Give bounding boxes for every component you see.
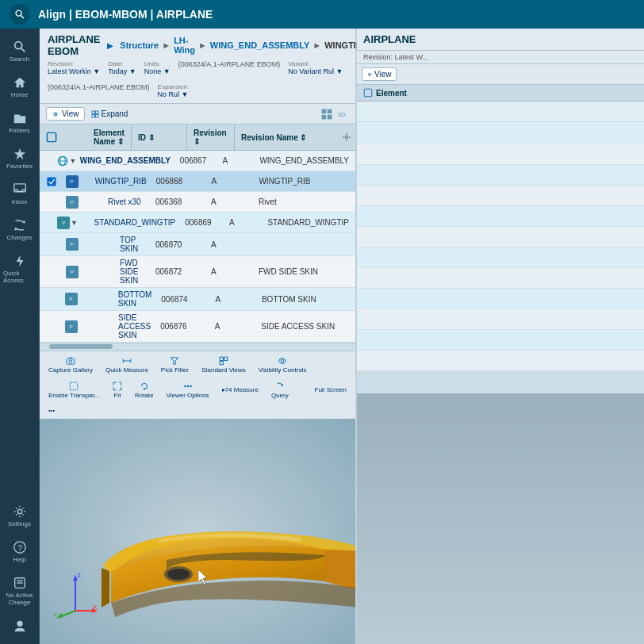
viewer-options-button[interactable]: Viewer Options [163, 380, 213, 401]
row-name-2: Rivet x30 [92, 195, 149, 209]
checkbox-icon[interactable] [46, 132, 57, 143]
pick-filter-button[interactable]: Pick Filter [157, 355, 193, 375]
right-row[interactable] [357, 371, 644, 393]
table-row[interactable]: P TOP SKIN 006870 A [40, 233, 355, 256]
query-label: Query [271, 392, 289, 399]
sidebar-item-quick-access[interactable]: Quick Access [0, 249, 39, 289]
table-row[interactable]: P Rivet x30 006368 A Rivet [40, 192, 355, 213]
gear-icon [13, 504, 27, 519]
home-icon [13, 75, 27, 90]
sidebar-item-home[interactable]: Home [0, 71, 39, 103]
capture-gallery-button[interactable]: Capture Gallery [44, 355, 97, 375]
sidebar-item-favorites[interactable]: Favorites [0, 142, 39, 174]
fit-icon [113, 381, 122, 391]
table-row[interactable]: P BOTTOM SKIN 006874 A BOTTOM SKIN [40, 288, 355, 311]
edit-icon [13, 576, 27, 590]
sidebar-item-no-active-change[interactable]: No Active Change [0, 571, 39, 611]
row-checkbox-1[interactable] [40, 176, 63, 187]
col-rev-header[interactable]: Revision ⇕ [187, 125, 235, 150]
table-row[interactable]: ▼ WING_END_ASSEMBLY 006867 A WING_END_AS… [40, 151, 355, 171]
right-row[interactable] [357, 144, 644, 165]
row-type-icon-7: P [63, 320, 79, 333]
meta-variant-value[interactable]: No Variant Rul ▼ [288, 67, 343, 75]
row-type-icon-1: P [63, 175, 81, 188]
measure-74-button[interactable]: ▸74 Measure [218, 385, 263, 395]
svg-marker-60 [56, 613, 63, 619]
right-row[interactable] [357, 165, 644, 186]
table-row[interactable]: P FWD SIDE SKIN 006872 A FWD SIDE SKIN [40, 256, 355, 288]
meta-date-value[interactable]: Today ▼ [108, 67, 136, 75]
enable-transparency-button[interactable]: Enable Transpar... [44, 380, 104, 401]
check-icon [46, 176, 57, 187]
sidebar-item-user[interactable] [0, 614, 39, 638]
fit-button[interactable]: Fit [109, 380, 126, 401]
right-row[interactable] [357, 309, 644, 330]
col-element-name-header[interactable]: Element Name ⇕ [87, 125, 132, 150]
star-icon [13, 147, 27, 161]
row-name-6: BOTTOM SKIN [90, 288, 155, 310]
part-icon: P [57, 217, 70, 229]
horizontal-scrollbar[interactable] [40, 343, 355, 351]
part-icon: P [66, 175, 79, 188]
3d-icon[interactable]: 3D [336, 108, 349, 121]
svg-rect-19 [95, 111, 98, 114]
svg-point-51 [167, 569, 190, 580]
topbar: Align | EBOM-MBOM | AIRPLANE [0, 0, 644, 29]
right-row[interactable] [357, 206, 644, 227]
sidebar-label-changes: Changes [6, 234, 32, 241]
right-row[interactable] [357, 268, 644, 289]
right-row[interactable] [357, 330, 644, 351]
sidebar-item-changes[interactable]: Changes [0, 213, 39, 246]
right-view-button[interactable]: View [362, 67, 397, 81]
folders-icon [13, 111, 27, 125]
right-panel: AIRPLANE Revision: Latest W... View Elem… [357, 29, 644, 644]
full-screen-button[interactable]: Full Screen [311, 385, 351, 395]
expand-button[interactable]: Expand [91, 109, 128, 118]
right-panel-meta: Revision: Latest W... [357, 51, 644, 64]
sidebar-item-settings[interactable]: Settings [0, 500, 39, 532]
col-id-header[interactable]: ID ⇕ [132, 125, 187, 150]
sidebar-item-inbox[interactable]: Inbox [0, 178, 39, 210]
standard-views-button[interactable]: Standard Views [197, 355, 250, 375]
3d-viewport[interactable]: Z X Y [40, 419, 355, 645]
table-row[interactable]: P ▼ STANDARD_WINGTIP 006869 A STANDARD_W… [40, 213, 355, 233]
right-row[interactable] [357, 227, 644, 247]
svg-point-45 [186, 385, 188, 386]
row-expand-0[interactable]: ▼ [69, 157, 77, 165]
meta-expansion-value[interactable]: No Rul ▼ [158, 90, 190, 98]
row-revname-3: STANDARD_WINGTIP [261, 216, 355, 229]
right-row[interactable] [357, 351, 644, 371]
grid-icon[interactable] [320, 108, 333, 121]
right-row[interactable] [357, 289, 644, 309]
right-row[interactable] [357, 122, 644, 144]
col-settings[interactable] [338, 125, 355, 150]
col-revname-header[interactable]: Revision Name ⇕ [235, 125, 338, 150]
right-viewport [357, 393, 644, 644]
meta-expansion: Expansion: No Rul ▼ [158, 83, 190, 98]
sidebar-item-search[interactable]: Search [0, 35, 39, 67]
sidebar-label-inbox: Inbox [12, 198, 28, 205]
row-expand-3[interactable]: ▼ [70, 219, 78, 227]
capture-gallery-label: Capture Gallery [48, 366, 93, 374]
meta-units-value[interactable]: None ▼ [144, 67, 171, 75]
sidebar-label-help: Help [13, 556, 25, 563]
right-row[interactable] [357, 102, 644, 122]
svg-marker-4 [13, 148, 25, 159]
table-row[interactable]: P SIDE ACCESS SKIN 006876 A SIDE ACCESS … [40, 311, 355, 343]
quick-measure-button[interactable]: Quick Measure [102, 355, 152, 375]
sidebar-item-folders[interactable]: Folders [0, 106, 39, 139]
query-button[interactable]: Query [267, 380, 293, 401]
rotate-button[interactable]: Rotate [131, 380, 158, 401]
sidebar-item-help[interactable]: ? Help [0, 535, 39, 568]
right-row[interactable] [357, 247, 644, 268]
svg-marker-48 [281, 384, 284, 386]
meta-revision-value[interactable]: Latest Workin ▼ [48, 67, 100, 75]
more-options-button[interactable]: ••• [44, 405, 59, 416]
right-row[interactable] [357, 186, 644, 206]
search-icon-wrap[interactable] [10, 4, 30, 25]
visibility-controls-button[interactable]: Visibility Controls [255, 355, 311, 375]
scrollbar-thumb[interactable] [49, 344, 113, 349]
globe-icon [56, 155, 69, 167]
view-button[interactable]: View [62, 109, 79, 118]
table-row[interactable]: P WINGTIP_RIB 006868 A WINGTIP_RIB [40, 171, 355, 192]
